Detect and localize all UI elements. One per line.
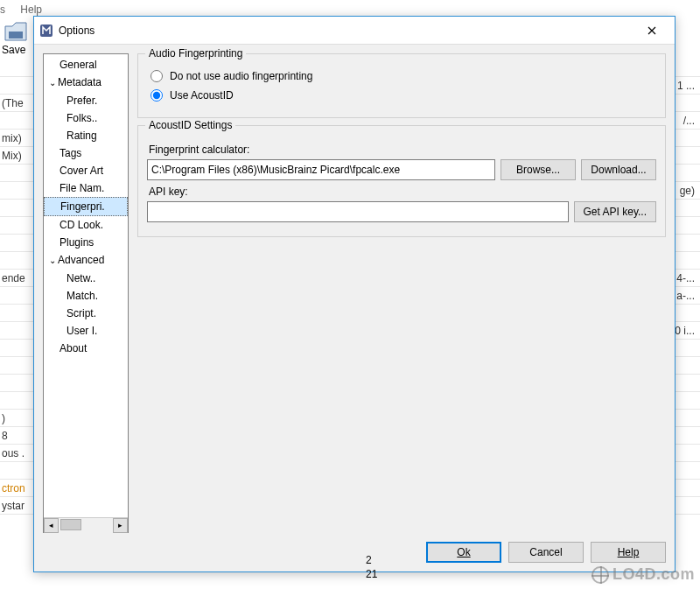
tree-item-label: Tags [60, 147, 81, 159]
acoustid-group: AcoustID Settings Fingerprint calculator… [137, 125, 666, 237]
tree-item-file-nam[interactable]: File Nam. [44, 179, 128, 197]
app-icon [39, 24, 53, 38]
tree-item-metadata[interactable]: ⌄Metadata [44, 74, 128, 92]
cancel-button[interactable]: Cancel [508, 542, 584, 563]
tree-item-label: Netw.. [66, 272, 95, 284]
scroll-track[interactable] [59, 518, 113, 533]
radio-use-acoustid[interactable]: Use AcoustID [150, 89, 656, 102]
fingerprinting-group: Audio Fingerprinting Do not use audio fi… [137, 53, 666, 118]
tree-item-prefer[interactable]: Prefer. [44, 92, 128, 109]
acoustid-legend: AcoustID Settings [145, 119, 235, 131]
tree-item-advanced[interactable]: ⌄Advanced [44, 251, 128, 270]
tree-item-label: Folks.. [66, 112, 97, 124]
options-tree: General⌄MetadataPrefer.Folks..RatingTags… [43, 53, 129, 533]
watermark: LO4D.com [592, 565, 695, 584]
tree-item-folks[interactable]: Folks.. [44, 109, 128, 127]
tree-item-label: Metadata [58, 76, 102, 88]
tree-item-label: User I. [66, 325, 97, 337]
bg-save-label: Save [2, 44, 25, 56]
apikey-label: API key: [149, 186, 656, 198]
tree-list[interactable]: General⌄MetadataPrefer.Folks..RatingTags… [44, 54, 128, 517]
tree-item-user-i[interactable]: User I. [44, 322, 128, 340]
tree-item-match[interactable]: Match. [44, 287, 128, 305]
browse-button[interactable]: Browse... [500, 159, 576, 180]
bg-menu-item: Help [20, 4, 42, 16]
dialog-footer: Ok Cancel Help [34, 533, 675, 571]
calc-label: Fingerprint calculator: [149, 144, 656, 156]
tree-item-label: Match. [66, 290, 98, 302]
options-content: Audio Fingerprinting Do not use audio fi… [137, 53, 666, 533]
scroll-right-arrow[interactable]: ▸ [113, 518, 128, 533]
radio-label: Use AcoustID [170, 89, 234, 102]
tree-item-label: Plugins [60, 236, 94, 249]
tree-item-label: Prefer. [66, 95, 97, 107]
tree-item-tags[interactable]: Tags [44, 144, 128, 162]
bg-menu-item: s [0, 4, 5, 16]
tree-item-about[interactable]: About [44, 340, 128, 357]
options-dialog: Options General⌄MetadataPrefer.Folks..Ra… [33, 16, 676, 572]
tree-item-label: Script. [66, 307, 96, 319]
radio-no-fingerprinting[interactable]: Do not use audio fingerprinting [150, 70, 656, 82]
bg-bottom-numbers: 221 [366, 553, 377, 581]
download-button[interactable]: Download... [581, 159, 656, 180]
bg-menubar: s Help [0, 4, 54, 16]
watermark-text: LO4D.com [612, 565, 695, 584]
tree-item-label: CD Look. [60, 219, 103, 231]
tree-item-netw[interactable]: Netw.. [44, 270, 128, 287]
tree-item-plugins[interactable]: Plugins [44, 234, 128, 251]
tree-item-label: Advanced [58, 254, 104, 266]
help-button[interactable]: Help [591, 542, 666, 563]
radio-use-acoustid-input[interactable] [150, 89, 163, 102]
tree-horizontal-scrollbar[interactable]: ◂ ▸ [44, 517, 128, 532]
tree-item-label: Cover Art [60, 165, 103, 177]
titlebar: Options [34, 17, 675, 45]
tree-item-cd-look[interactable]: CD Look. [44, 216, 128, 234]
tree-item-label: Rating [66, 130, 97, 142]
chevron-down-icon: ⌄ [47, 252, 58, 270]
ok-button[interactable]: Ok [426, 542, 501, 563]
scroll-left-arrow[interactable]: ◂ [44, 518, 59, 533]
tree-item-label: Fingerpri. [60, 200, 105, 213]
globe-icon [592, 566, 609, 584]
tree-item-rating[interactable]: Rating [44, 127, 128, 144]
tree-item-fingerpri[interactable]: Fingerpri. [44, 197, 128, 216]
tree-item-label: About [60, 342, 87, 354]
close-icon [648, 26, 656, 35]
close-button[interactable] [634, 18, 669, 43]
radio-no-fingerprinting-input[interactable] [150, 70, 163, 82]
fingerprinting-legend: Audio Fingerprinting [145, 47, 246, 60]
svg-rect-0 [9, 32, 23, 39]
radio-label: Do not use audio fingerprinting [170, 70, 312, 82]
save-icon [4, 21, 28, 45]
get-apikey-button[interactable]: Get API key... [574, 201, 656, 222]
tree-item-general[interactable]: General [44, 56, 128, 74]
tree-item-script[interactable]: Script. [44, 305, 128, 322]
apikey-input[interactable] [147, 201, 569, 222]
scroll-thumb[interactable] [60, 519, 81, 530]
tree-item-label: File Nam. [60, 182, 104, 194]
chevron-down-icon: ⌄ [47, 74, 58, 92]
tree-item-cover-art[interactable]: Cover Art [44, 162, 128, 179]
dialog-title: Options [59, 25, 634, 37]
tree-item-label: General [60, 59, 97, 71]
calc-path-input[interactable] [147, 159, 495, 180]
